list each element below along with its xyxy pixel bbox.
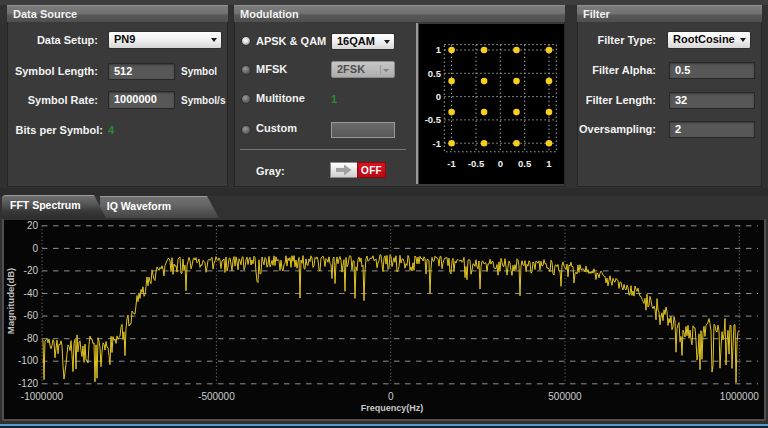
svg-text:0: 0	[498, 158, 503, 169]
svg-text:-100: -100	[18, 355, 38, 366]
svg-text:0: 0	[388, 391, 394, 402]
svg-text:-40: -40	[24, 288, 39, 299]
svg-text:-1: -1	[433, 138, 442, 149]
svg-text:-0.5: -0.5	[468, 158, 485, 169]
svg-text:-0.5: -0.5	[425, 114, 442, 125]
svg-text:0.5: 0.5	[518, 158, 532, 169]
svg-text:1: 1	[546, 158, 552, 169]
svg-text:Frequency(Hz): Frequency(Hz)	[361, 403, 424, 413]
svg-text:-1000000: -1000000	[21, 391, 64, 402]
svg-text:0.5: 0.5	[428, 68, 442, 79]
svg-text:500000: 500000	[548, 391, 582, 402]
svg-text:-500000: -500000	[198, 391, 235, 402]
svg-text:-1: -1	[447, 158, 456, 169]
svg-text:-20: -20	[24, 265, 39, 276]
svg-text:-120: -120	[18, 378, 38, 389]
svg-text:20: 20	[27, 220, 39, 231]
svg-text:Magnitude(dB): Magnitude(dB)	[5, 268, 16, 335]
svg-text:-60: -60	[24, 310, 39, 321]
svg-text:1: 1	[436, 44, 442, 55]
svg-text:-80: -80	[24, 333, 39, 344]
svg-text:0: 0	[32, 243, 38, 254]
svg-text:0: 0	[436, 91, 441, 102]
svg-text:1000000: 1000000	[720, 391, 759, 402]
